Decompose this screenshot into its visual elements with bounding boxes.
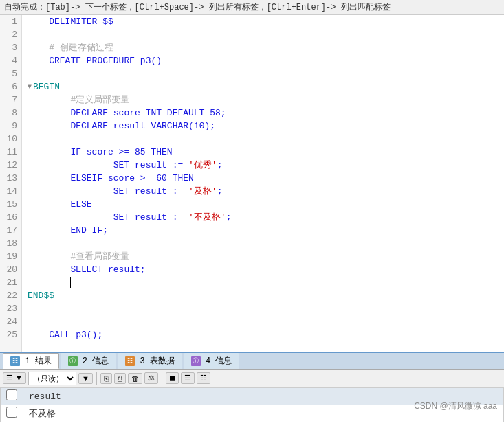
code-line: ELSEIF score >= 60 THEN: [28, 172, 498, 185]
bottom-panel: ☷ 1 结果 ⓘ 2 信息 ☷ 3 表数据 ⓘ 4 信息 ☰ ▼ （只读） ▼ …: [0, 352, 504, 440]
code-line: [28, 28, 498, 41]
results-icon: ☷: [10, 356, 20, 366]
toolbar-dropdown-btn[interactable]: ▼: [78, 373, 93, 384]
code-line: ELSE: [28, 198, 498, 211]
hint-text: 自动完成：[Tab]-> 下一个标签，[Ctrl+Space]-> 列出所有标签…: [4, 3, 391, 12]
code-line: CREATE PROCEDURE p3(): [28, 54, 498, 67]
code-line: #定义局部变量: [28, 93, 498, 106]
code-content[interactable]: DELIMITER $$ # 创建存储过程 CREATE PROCEDURE p…: [22, 15, 504, 352]
tab-info1[interactable]: ⓘ 2 信息: [61, 353, 117, 369]
toolbar-menu-btn[interactable]: ☰ ▼: [3, 372, 26, 384]
code-line: [28, 315, 498, 328]
code-line: SET result := '优秀';: [28, 159, 498, 172]
info2-icon: ⓘ: [191, 356, 201, 366]
toolbar-grid1-btn[interactable]: ◼: [166, 372, 179, 384]
tab-info1-label: 2 信息: [78, 355, 109, 367]
code-line: #查看局部变量: [28, 250, 498, 263]
code-line: IF score >= 85 THEN: [28, 146, 498, 159]
row-checkbox-cell: [1, 405, 23, 422]
info-icon: ⓘ: [68, 356, 78, 366]
tab-tabledata-label: 3 表数据: [135, 355, 175, 367]
results-toolbar: ☰ ▼ （只读） ▼ ⎘ ⎙ 🗑 ⚖ ◼ ☰ ☷: [0, 370, 504, 387]
tabs-bar: ☷ 1 结果 ⓘ 2 信息 ☷ 3 表数据 ⓘ 4 信息: [0, 352, 504, 370]
hint-bar: 自动完成：[Tab]-> 下一个标签，[Ctrl+Space]-> 列出所有标签…: [0, 0, 504, 15]
readonly-select[interactable]: （只读）: [28, 372, 76, 385]
code-line: END IF;: [28, 224, 498, 237]
code-editor[interactable]: 1 2 3 4 5 6 7 8 9 10 11 12 13 14 15 16 1…: [0, 15, 504, 352]
tab-results-label: 1 结果: [20, 355, 52, 367]
tab-tabledata[interactable]: ☷ 3 表数据: [118, 353, 182, 369]
code-line: DELIMITER $$: [28, 15, 498, 28]
select-all-checkbox[interactable]: [6, 389, 17, 400]
code-line: [28, 67, 498, 80]
tab-info2[interactable]: ⓘ 4 信息: [184, 353, 240, 369]
code-line: SELECT result;: [28, 263, 498, 276]
code-line: DECLARE score INT DEFAULT 58;: [28, 106, 498, 120]
text-cursor: [70, 277, 71, 288]
tab-results[interactable]: ☷ 1 结果: [3, 353, 59, 369]
code-line: [28, 302, 498, 315]
toolbar-separator: [96, 372, 97, 385]
watermark-text: CSDN @清风微凉 aaa: [414, 401, 497, 411]
watermark: CSDN @清风微凉 aaa: [414, 400, 497, 412]
toolbar-delete-btn[interactable]: 🗑: [128, 373, 142, 384]
code-line: SET result := '不及格';: [28, 211, 498, 224]
toolbar-grid2-btn[interactable]: ☰: [181, 372, 195, 384]
code-line: [28, 133, 498, 146]
code-line: DECLARE result VARCHAR(10);: [28, 120, 498, 133]
code-line: ▼BEGIN: [28, 80, 498, 93]
toolbar-grid3-btn[interactable]: ☷: [197, 372, 210, 384]
code-line: # 创建存储过程: [28, 41, 498, 54]
tab-info2-label: 4 信息: [201, 355, 232, 367]
toolbar-filter-btn[interactable]: ⚖: [144, 372, 158, 384]
code-line: [28, 276, 498, 289]
fold-icon[interactable]: ▼: [28, 80, 32, 93]
code-line: CALL p3();: [28, 328, 498, 341]
line-numbers: 1 2 3 4 5 6 7 8 9 10 11 12 13 14 15 16 1…: [0, 15, 22, 352]
code-line: END$$: [28, 289, 498, 302]
col-checkbox-header: [1, 388, 23, 405]
table-icon: ☷: [125, 356, 135, 366]
row-checkbox[interactable]: [6, 407, 17, 418]
toolbar-paste-btn[interactable]: ⎙: [114, 373, 126, 384]
toolbar-copy-btn[interactable]: ⎘: [100, 373, 112, 384]
code-line: [28, 237, 498, 250]
toolbar-separator2: [162, 372, 162, 385]
code-line: SET result := '及格';: [28, 185, 498, 198]
